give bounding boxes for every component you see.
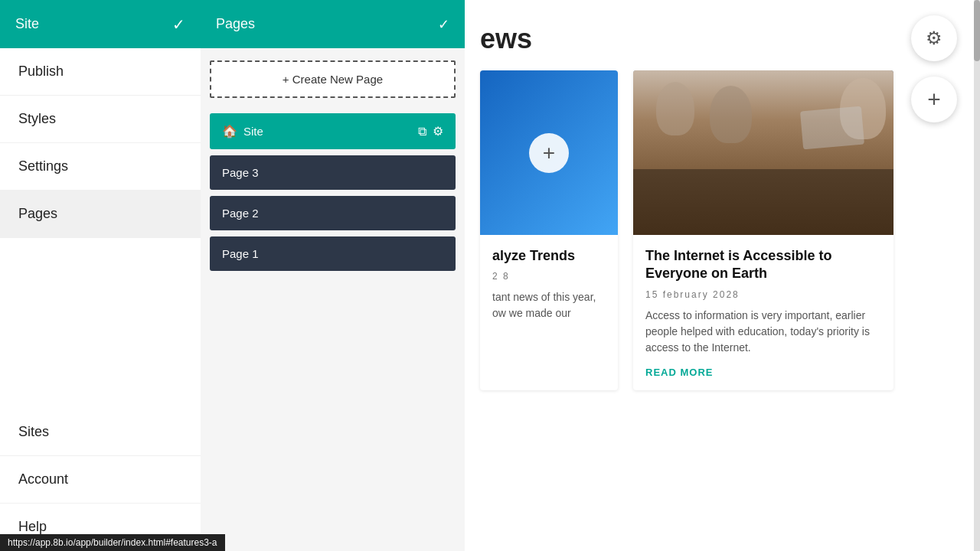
sidebar-check-icon: ✓ xyxy=(172,15,185,34)
pages-check-icon: ✓ xyxy=(438,16,449,33)
sidebar: Site ✓ Publish Styles Settings Pages Sit… xyxy=(0,0,201,551)
card-partial-title: alyze Trends xyxy=(492,247,606,265)
news-section: ews + alyze Trends 2 8 tant xyxy=(465,0,980,406)
sidebar-item-pages[interactable]: Pages xyxy=(0,191,201,238)
scrollbar-track xyxy=(974,0,980,551)
fab-plus-button[interactable]: + xyxy=(911,77,957,122)
card-blue-image: + xyxy=(480,70,618,235)
main-content: ews + alyze Trends 2 8 tant xyxy=(465,0,980,551)
card-internet-date: 15 february 2028 xyxy=(645,289,881,300)
site-page-item[interactable]: 🏠 Site ⧉ ⚙ xyxy=(210,113,456,149)
card-internet-excerpt: Access to information is very important,… xyxy=(645,308,881,356)
scrollbar-thumb[interactable] xyxy=(974,0,980,61)
status-bar: https://app.8b.io/app/builder/index.html… xyxy=(0,534,225,551)
card-partial: + alyze Trends 2 8 tant news of this yea… xyxy=(480,70,618,390)
page-item-3[interactable]: Page 3 xyxy=(210,155,456,190)
sidebar-item-sites[interactable]: Sites xyxy=(0,409,201,456)
card-read-more-button[interactable]: READ MORE xyxy=(645,367,881,378)
home-icon: 🏠 xyxy=(222,124,237,139)
card-internet: The Internet is Accessible to Everyone o… xyxy=(633,70,893,390)
card-partial-date: 2 8 xyxy=(492,271,606,282)
status-url: https://app.8b.io/app/builder/index.html… xyxy=(8,537,217,548)
sidebar-item-styles[interactable]: Styles xyxy=(0,96,201,143)
create-new-page-button[interactable]: + Create New Page xyxy=(210,60,456,98)
pages-panel-title: Pages xyxy=(216,16,255,32)
card-photo-image xyxy=(633,70,893,235)
gear-settings-icon[interactable]: ⚙ xyxy=(433,124,443,139)
sidebar-title: Site xyxy=(15,16,39,32)
card-internet-title: The Internet is Accessible to Everyone o… xyxy=(645,247,881,283)
pages-panel: Pages ✓ + Create New Page 🏠 Site ⧉ ⚙ Pag… xyxy=(201,0,465,551)
news-title: ews xyxy=(480,23,965,55)
card-partial-excerpt: tant news of this year, ow we made our xyxy=(492,289,606,321)
page-item-1[interactable]: Page 1 xyxy=(210,236,456,271)
card-add-button[interactable]: + xyxy=(529,133,569,173)
pages-panel-header: Pages ✓ xyxy=(201,0,465,48)
layers-icon[interactable]: ⧉ xyxy=(418,125,426,139)
sidebar-item-publish[interactable]: Publish xyxy=(0,48,201,96)
page-item-2[interactable]: Page 2 xyxy=(210,196,456,230)
cards-row: + alyze Trends 2 8 tant news of this yea… xyxy=(480,70,965,390)
sidebar-header: Site ✓ xyxy=(0,0,201,48)
fab-gear-button[interactable]: ⚙ xyxy=(911,15,957,61)
sidebar-item-account[interactable]: Account xyxy=(0,456,201,504)
sidebar-item-settings[interactable]: Settings xyxy=(0,143,201,191)
gear-fab-icon: ⚙ xyxy=(926,28,942,49)
plus-fab-icon: + xyxy=(927,86,941,112)
